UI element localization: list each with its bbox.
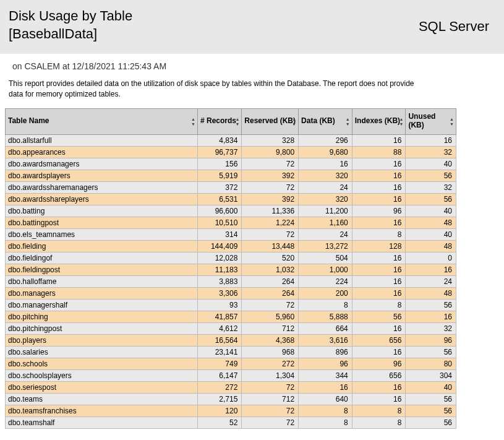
cell-records: 6,147 <box>197 369 241 381</box>
cell-reserved: 11,336 <box>242 205 299 217</box>
cell-reserved: 712 <box>242 322 299 334</box>
cell-table-name: dbo.fieldingof <box>6 252 198 264</box>
cell-table-name: dbo.players <box>6 334 198 346</box>
cell-reserved: 712 <box>242 393 299 405</box>
report-meta: on CSALEM at 12/18/2021 11:25:43 AM <box>0 54 504 75</box>
cell-data: 8 <box>299 405 352 416</box>
title-line-2: [BaseballData] <box>9 26 97 41</box>
table-row[interactable]: dbo.awardsplayers5,9193923201656 <box>6 170 456 181</box>
col-header-unused[interactable]: Unused (KB) ▲▼ <box>406 108 456 134</box>
table-row[interactable]: dbo.salaries23,1419688961656 <box>6 346 456 358</box>
cell-indexes: 16 <box>352 158 406 170</box>
cell-reserved: 1,032 <box>242 264 299 275</box>
cell-table-name: dbo.appearances <box>6 146 198 158</box>
cell-records: 6,531 <box>197 193 241 205</box>
cell-unused: 32 <box>406 181 456 193</box>
cell-table-name: dbo.fieldingpost <box>6 264 198 275</box>
cell-reserved: 72 <box>242 299 299 311</box>
cell-records: 4,612 <box>197 322 241 334</box>
table-row[interactable]: dbo.teams2,7157126401656 <box>6 393 456 405</box>
cell-indexes: 56 <box>352 311 406 322</box>
sort-icon[interactable]: ▲▼ <box>450 117 454 126</box>
cell-data: 320 <box>299 193 352 205</box>
table-row[interactable]: dbo.halloffame3,8832642241624 <box>6 275 456 287</box>
cell-table-name: dbo.fielding <box>6 240 198 252</box>
table-row[interactable]: dbo.seriespost27272161640 <box>6 381 456 393</box>
cell-unused: 56 <box>406 346 456 358</box>
cell-unused: 96 <box>406 334 456 346</box>
cell-indexes: 16 <box>352 134 406 146</box>
cell-data: 8 <box>299 416 352 428</box>
sort-icon[interactable]: ▲▼ <box>346 117 350 126</box>
table-row[interactable]: dbo.awardsmanagers15672161640 <box>6 158 456 170</box>
table-row[interactable]: dbo.awardssharemanagers37272241632 <box>6 181 456 193</box>
cell-unused: 16 <box>406 134 456 146</box>
cell-indexes: 16 <box>352 252 406 264</box>
cell-indexes: 8 <box>352 405 406 416</box>
table-row[interactable]: dbo.teamshalf52728856 <box>6 416 456 428</box>
table-row[interactable]: dbo.appearances96,7379,8009,6808832 <box>6 146 456 158</box>
col-header-table-name[interactable]: Table Name ▲▼ <box>6 108 198 134</box>
cell-indexes: 96 <box>352 358 406 369</box>
col-header-data[interactable]: Data (KB) ▲▼ <box>299 108 352 134</box>
sort-icon[interactable]: ▲▼ <box>191 117 195 126</box>
table-row[interactable]: dbo.batting96,60011,33611,2009640 <box>6 205 456 217</box>
cell-records: 749 <box>197 358 241 369</box>
cell-reserved: 1,224 <box>242 217 299 228</box>
cell-records: 96,737 <box>197 146 241 158</box>
table-row[interactable]: dbo.allstarfull4,8343282961616 <box>6 134 456 146</box>
cell-data: 504 <box>299 252 352 264</box>
cell-table-name: dbo.pitchingpost <box>6 322 198 334</box>
cell-table-name: dbo.battingpost <box>6 217 198 228</box>
cell-table-name: dbo.awardsmanagers <box>6 158 198 170</box>
table-row[interactable]: dbo.teamsfranchises120728856 <box>6 405 456 416</box>
cell-reserved: 72 <box>242 405 299 416</box>
cell-table-name: dbo.schools <box>6 358 198 369</box>
cell-records: 2,715 <box>197 393 241 405</box>
cell-records: 93 <box>197 299 241 311</box>
col-header-indexes[interactable]: Indexes (KB) ▲▼ <box>352 108 406 134</box>
col-header-records[interactable]: # Records ▲▼ <box>197 108 241 134</box>
table-row[interactable]: dbo.fieldingpost11,1831,0321,0001616 <box>6 264 456 275</box>
table-row[interactable]: dbo.fielding144,40913,44813,27212848 <box>6 240 456 252</box>
cell-indexes: 656 <box>352 334 406 346</box>
cell-data: 640 <box>299 393 352 405</box>
table-row[interactable]: dbo.schools749272969680 <box>6 358 456 369</box>
cell-reserved: 264 <box>242 287 299 299</box>
cell-reserved: 264 <box>242 275 299 287</box>
table-row[interactable]: dbo.els_teamnames3147224840 <box>6 228 456 240</box>
cell-data: 896 <box>299 346 352 358</box>
cell-reserved: 72 <box>242 158 299 170</box>
cell-table-name: dbo.awardssharemanagers <box>6 181 198 193</box>
cell-data: 296 <box>299 134 352 146</box>
table-row[interactable]: dbo.managershalf93728856 <box>6 299 456 311</box>
table-row[interactable]: dbo.schoolsplayers6,1471,304344656304 <box>6 369 456 381</box>
cell-indexes: 96 <box>352 205 406 217</box>
table-row[interactable]: dbo.fieldingof12,028520504160 <box>6 252 456 264</box>
sort-icon[interactable]: ▲▼ <box>292 117 296 126</box>
table-row[interactable]: dbo.awardsshareplayers6,5313923201656 <box>6 193 456 205</box>
cell-table-name: dbo.allstarfull <box>6 134 198 146</box>
cell-unused: 40 <box>406 228 456 240</box>
sort-icon[interactable]: ▲▼ <box>235 117 239 126</box>
cell-reserved: 72 <box>242 416 299 428</box>
cell-data: 13,272 <box>299 240 352 252</box>
cell-unused: 48 <box>406 217 456 228</box>
table-row[interactable]: dbo.pitchingpost4,6127126641632 <box>6 322 456 334</box>
col-header-reserved[interactable]: Reserved (KB) ▲▼ <box>242 108 299 134</box>
cell-indexes: 8 <box>352 299 406 311</box>
cell-records: 372 <box>197 181 241 193</box>
table-row[interactable]: dbo.players16,5644,3683,61665696 <box>6 334 456 346</box>
table-row[interactable]: dbo.pitching41,8575,9605,8885616 <box>6 311 456 322</box>
cell-indexes: 16 <box>352 264 406 275</box>
cell-data: 16 <box>299 381 352 393</box>
cell-unused: 56 <box>406 170 456 181</box>
table-row[interactable]: dbo.managers3,3062642001648 <box>6 287 456 299</box>
table-row[interactable]: dbo.battingpost10,5101,2241,1601648 <box>6 217 456 228</box>
cell-reserved: 9,800 <box>242 146 299 158</box>
sort-icon[interactable]: ▲▼ <box>399 117 403 126</box>
cell-reserved: 328 <box>242 134 299 146</box>
cell-data: 1,160 <box>299 217 352 228</box>
cell-unused: 40 <box>406 381 456 393</box>
cell-unused: 40 <box>406 158 456 170</box>
